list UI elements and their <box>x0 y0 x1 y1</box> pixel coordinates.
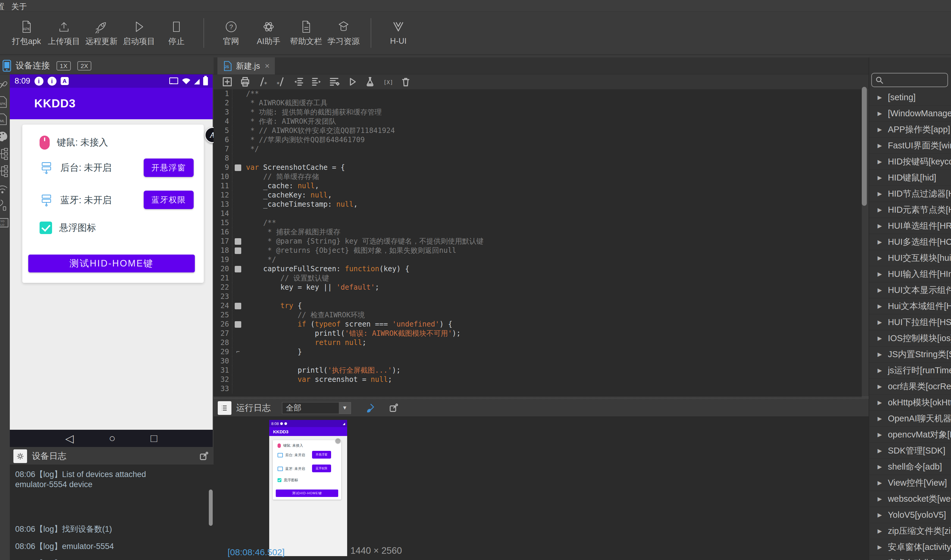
test-hid-home-button[interactable]: 测试HID-HOME键 <box>28 255 195 272</box>
tree-expand-arrow-icon[interactable]: ▶ <box>877 271 882 277</box>
code-line[interactable]: 14 <box>214 209 862 218</box>
code-line[interactable]: 15 /** <box>214 218 862 228</box>
code-line[interactable]: 1/** <box>214 89 862 98</box>
fold-marker[interactable] <box>232 265 244 274</box>
tree-expand-arrow-icon[interactable]: ▶ <box>877 415 882 422</box>
clear-editor-icon[interactable] <box>400 77 411 87</box>
nav-home-icon[interactable]: ○ <box>109 432 115 445</box>
tree-expand-arrow-icon[interactable]: ▶ <box>877 431 882 438</box>
api-tree-item[interactable]: ▶[seting] <box>869 89 951 106</box>
device-log-expand-icon[interactable] <box>199 451 209 461</box>
tree-expand-arrow-icon[interactable]: ▶ <box>877 512 882 518</box>
menu-item-about[interactable]: 关于 <box>11 2 27 12</box>
start-project-button[interactable]: 启动项目 <box>120 20 158 47</box>
code-line[interactable]: 16 * 捕获全屏截图并缓存 <box>214 228 862 237</box>
run-script-icon[interactable] <box>347 77 357 87</box>
help-docs-button[interactable]: 帮助文栏 <box>287 20 325 47</box>
code-line[interactable]: 3 * 功能: 提供简单的截图捕获和缓存管理 <box>214 108 862 117</box>
code-line[interactable]: 18 * @returns {Object} 截图对象，如果失败则返回null <box>214 246 862 255</box>
tab-new-js[interactable]: JS 新建.js × <box>217 57 275 74</box>
print-icon[interactable] <box>240 77 251 87</box>
api-tree-item[interactable]: ▶HID按键码[keycode] <box>869 154 951 170</box>
tree-expand-arrow-icon[interactable]: ▶ <box>877 367 882 374</box>
tree-expand-arrow-icon[interactable]: ▶ <box>877 544 882 551</box>
code-line[interactable]: 24 try { <box>214 301 862 311</box>
code-line[interactable]: 2 * AIWROK截图缓存工具 <box>214 98 862 108</box>
code-line[interactable]: 22 key = key || 'default'; <box>214 283 862 292</box>
editor-scrollbar[interactable] <box>862 87 867 206</box>
tree-expand-arrow-icon[interactable]: ▶ <box>877 190 882 197</box>
api-search-input[interactable] <box>871 73 948 87</box>
comment-open-icon[interactable]: * <box>258 77 268 87</box>
code-line[interactable]: 13 _cacheTimestamp: null, <box>214 200 862 209</box>
device-log-scrollbar[interactable] <box>209 489 213 526</box>
tree-expand-arrow-icon[interactable]: ▶ <box>877 126 882 133</box>
api-tree-item[interactable]: ▶FastUI界面类[window] <box>869 138 951 154</box>
api-tree-item[interactable]: ▶ocr结果类[ocrResult] <box>869 378 951 395</box>
code-line[interactable]: 29⌐ } <box>214 348 862 357</box>
api-tree-item[interactable]: ▶HUI输入组件[HInput] <box>869 266 951 282</box>
code-line[interactable]: 6 * //苹果内测软件QQ群648461709 <box>214 135 862 145</box>
node-tree-icon[interactable] <box>0 147 9 161</box>
tree-expand-arrow-icon[interactable]: ▶ <box>877 399 882 406</box>
tree-expand-arrow-icon[interactable]: ▶ <box>877 287 882 294</box>
log-filter-dropdown[interactable]: 全部 ▼ <box>282 402 351 414</box>
palette-icon[interactable] <box>0 130 9 143</box>
api-tree-item[interactable]: ▶okHttp模块[okHttp] <box>869 395 951 411</box>
remote-update-button[interactable]: 远程更新 <box>83 20 120 47</box>
outdent-icon[interactable] <box>293 77 304 87</box>
format-code-icon[interactable] <box>329 77 340 87</box>
tree-expand-arrow-icon[interactable]: ▶ <box>877 158 882 165</box>
stop-button[interactable]: 停止 <box>158 20 195 47</box>
code-line[interactable]: 33 <box>214 384 862 394</box>
learning-resources-button[interactable]: 学习资源 <box>325 20 362 47</box>
regex-icon[interactable]: [X] <box>383 77 393 87</box>
code-line[interactable]: 5 * // AIWROK软件安卓交流QQ群711841924 <box>214 126 862 135</box>
api-tree-item[interactable]: ▶[WindowManager] <box>869 106 951 122</box>
code-line[interactable]: 21 // 设置默认键 <box>214 274 862 283</box>
code-line[interactable]: 26 if (typeof screen === 'undefined') { <box>214 320 862 329</box>
api-tree-item[interactable]: ▶安卓自动化[auto] <box>869 555 951 560</box>
phone-content[interactable]: 键鼠: 未接入 后台: 未开启 开悬浮窗 蓝牙: 未开启 蓝牙权限 悬浮图标 测… <box>10 119 213 430</box>
menu-item-settings-clipped[interactable]: 置 <box>0 2 5 12</box>
yolo-icon[interactable]: YOLO <box>0 216 9 229</box>
code-line[interactable]: 17 * @param {String} key 可选的缓存键名，不提供则使用默… <box>214 237 862 246</box>
tree-expand-arrow-icon[interactable]: ▶ <box>877 238 882 245</box>
hui-button[interactable]: H-UI <box>380 20 417 46</box>
tree-expand-arrow-icon[interactable]: ▶ <box>877 174 882 181</box>
code-line[interactable]: 7 */ <box>214 145 862 154</box>
api-tree-item[interactable]: ▶JS内置String类[String] <box>869 346 951 363</box>
code-line[interactable]: 31 printl('执行全屏截图...'); <box>214 366 862 375</box>
api-tree-item[interactable]: ▶OpenAI聊天机器人[openai] <box>869 411 951 427</box>
api-tree-item[interactable]: ▶IOS控制模块[ios] <box>869 331 951 346</box>
tree-expand-arrow-icon[interactable]: ▶ <box>877 303 882 309</box>
open-float-window-button[interactable]: 开悬浮窗 <box>144 158 194 177</box>
official-site-button[interactable]: ? 官网 <box>212 20 250 47</box>
api-tree-item[interactable]: ▶HUI交互模块[hui] <box>869 250 951 266</box>
tree-expand-arrow-icon[interactable]: ▶ <box>877 479 882 486</box>
panel-splitter[interactable] <box>214 397 869 399</box>
xml-file-icon[interactable]: ML <box>0 112 9 126</box>
fold-marker[interactable]: ⌐ <box>232 348 244 357</box>
code-line[interactable]: 9var ScreenshotCache = { <box>214 163 862 172</box>
tree-expand-arrow-icon[interactable]: ▶ <box>877 319 882 326</box>
tree-expand-arrow-icon[interactable]: ▶ <box>877 142 882 149</box>
api-tree-item[interactable]: ▶shell命令[adb] <box>869 459 951 475</box>
tree-expand-arrow-icon[interactable]: ▶ <box>877 383 882 390</box>
code-line[interactable]: 12 _cacheKey: null, <box>214 191 862 200</box>
screenshot-preview[interactable]: 8:08 ◢ KKDD3 键鼠: 未接入 后台: 未开启 开悬浮窗 蓝牙: 未开… <box>269 420 347 556</box>
api-tree-item[interactable]: ▶HID元素节点类[HidNode] <box>869 202 951 218</box>
api-tree-item[interactable]: ▶HUI单选组件[HRadio] <box>869 218 951 234</box>
code-editor[interactable]: 1/**2 * AIWROK截图缓存工具3 * 功能: 提供简单的截图捕获和缓存… <box>214 89 862 397</box>
device-log-list[interactable]: 08:06【log】List of devices attached emula… <box>10 465 214 560</box>
scale-1x-button[interactable]: 1X <box>57 61 71 71</box>
tree-expand-arrow-icon[interactable]: ▶ <box>877 463 882 470</box>
code-line[interactable]: 28 return null; <box>214 338 862 348</box>
code-line[interactable]: 27 printl('错误: AIWROK截图模块不可用'); <box>214 329 862 338</box>
wifi-icon[interactable] <box>0 182 9 195</box>
new-file-icon[interactable] <box>222 77 232 87</box>
code-line[interactable]: 11 _cache: null, <box>214 182 862 191</box>
link-icon[interactable] <box>0 78 9 92</box>
api-tree-item[interactable]: ▶YoloV5[yoloV5] <box>869 507 951 523</box>
nav-recents-icon[interactable]: □ <box>151 432 157 445</box>
